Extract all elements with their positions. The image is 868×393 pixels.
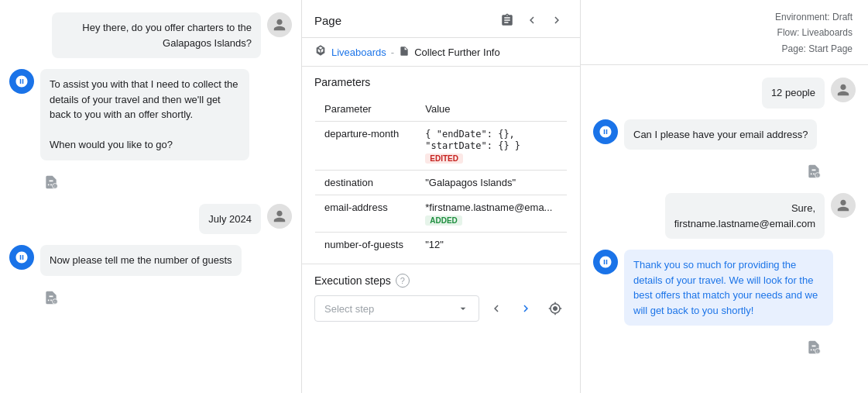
right-bubble-user-2: Sure,firstname.lastname@email.com [665,193,825,239]
bot-avatar-1 [9,69,34,94]
svg-text:!: ! [817,350,818,354]
right-chat-row-bot-1: Can I please have your email address? [593,119,856,150]
doc-icon-bot-2: ! [40,287,62,309]
clipboard-icon-btn[interactable] [496,9,518,31]
exec-title: Execution steps [314,274,391,287]
right-bot-avatar-2 [593,250,618,274]
breadcrumb-page: Collect Further Info [414,47,500,58]
right-chat-row-user-1: 12 people [593,78,856,109]
table-row: departure-month { "endDate": {},"startDa… [315,122,568,171]
right-bot-avatar-1 [593,119,618,144]
badge-added-2: ADDED [425,215,462,226]
right-user-avatar-1 [831,78,856,102]
param-key-3: number-of-guests [315,233,417,257]
param-val-3: "12" [416,233,567,257]
svg-text:!: ! [817,174,818,178]
step-forward-btn[interactable] [513,296,538,321]
col-param: Parameter [315,97,417,122]
page-title: Page [314,14,490,27]
table-row: number-of-guests "12" [315,233,568,257]
table-row: email-address *firstname.lastname@ema...… [315,195,568,233]
right-bubble-bot-2: Thank you so much for providing the deta… [624,250,833,326]
back-btn[interactable] [521,9,543,31]
left-chat-panel: Hey there, do you offer charters to the … [0,0,302,393]
chat-row-user-1: Hey there, do you offer charters to the … [9,12,292,58]
nav-icons [496,9,568,31]
middle-panel: Page Liveaboards - Collect Further Info … [302,0,581,393]
doc-icon-right-bot-2: ! [803,336,825,358]
bubble-user-1: Hey there, do you offer charters to the … [52,12,261,58]
param-val-2: *firstname.lastname@ema... ADDED [416,195,567,233]
svg-text:!: ! [54,299,55,304]
right-bubble-user-1: 12 people [762,78,825,109]
user-avatar-1 [267,12,292,37]
param-key-0: departure-month [315,122,417,171]
env-line2: Flow: Liveaboards [596,25,853,40]
forward-btn[interactable] [546,9,568,31]
svg-text:!: ! [54,184,55,188]
exec-header: Execution steps ? [314,274,568,288]
env-line1: Environment: Draft [596,9,853,25]
page-header: Page [302,0,580,38]
param-key-1: destination [315,171,417,195]
doc-icon-right-bot-1: ! [803,160,825,182]
breadcrumb: Liveaboards - Collect Further Info [302,38,580,67]
bot-avatar-2 [9,245,34,270]
env-line3: Page: Start Page [596,41,853,57]
badge-edited-0: EDITED [425,153,463,164]
right-chat-row-user-2: Sure,firstname.lastname@email.com [593,193,856,239]
step-select[interactable]: Select step [314,295,479,322]
exec-section: Execution steps ? Select step [302,264,580,328]
chat-row-bot-1: To assist you with that I need to collec… [9,69,292,160]
params-table: Parameter Value departure-month { "endDa… [314,96,568,257]
param-val-0: { "endDate": {},"startDate": {} } EDITED [416,122,567,171]
step-target-btn[interactable] [543,296,568,321]
breadcrumb-flow[interactable]: Liveaboards [331,47,386,58]
param-key-2: email-address [315,195,417,233]
table-row: destination "Galapagos Islands" [315,171,568,195]
col-value: Value [416,97,567,122]
step-row: Select step [314,295,568,322]
params-title: Parameters [314,76,568,88]
chat-row-bot-2: Now please tell me the number of guests [9,245,292,276]
right-bubble-bot-1: Can I please have your email address? [624,119,817,150]
param-val-1: "Galapagos Islands" [416,171,567,195]
env-header: Environment: Draft Flow: Liveaboards Pag… [581,0,868,65]
step-back-btn[interactable] [484,296,509,321]
flow-icon [314,44,327,60]
bubble-bot-1: To assist you with that I need to collec… [40,69,249,160]
right-chat-row-bot-2: Thank you so much for providing the deta… [593,250,856,326]
doc-icon-bot-1: ! [40,171,62,193]
file-icon [399,46,410,59]
bubble-bot-2: Now please tell me the number of guests [40,245,242,276]
user-avatar-2 [267,204,292,229]
right-chat: 12 people Can I please have your email a… [581,65,868,393]
chat-row-user-2: July 2024 [9,204,292,235]
right-user-avatar-2 [831,193,856,218]
bubble-user-2: July 2024 [199,204,261,235]
params-section: Parameters Parameter Value departure-mon… [302,67,580,264]
right-panel: Environment: Draft Flow: Liveaboards Pag… [581,0,868,393]
help-icon[interactable]: ? [396,274,410,288]
